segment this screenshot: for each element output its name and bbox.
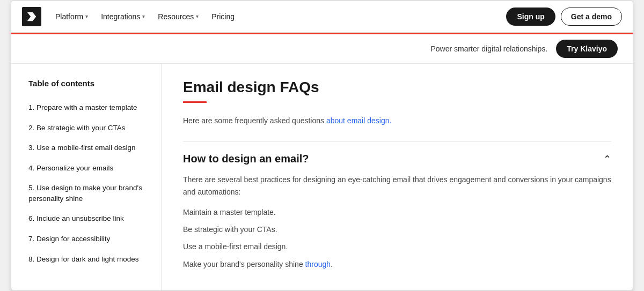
- try-klaviyo-button[interactable]: Try Klaviyo: [556, 40, 618, 58]
- faq-divider: [183, 141, 611, 142]
- toc-list: 1. Prepare with a master template 2. Be …: [28, 98, 148, 269]
- faq-answer: There are several best practices for des…: [183, 174, 611, 198]
- toc-item-2[interactable]: 2. Be strategic with your CTAs: [28, 118, 148, 138]
- nav-actions: Sign up Get a demo: [506, 8, 622, 26]
- sidebar: Table of contents 1. Prepare with a mast…: [11, 64, 162, 290]
- toc-item-6[interactable]: 6. Include an unsubscribe link: [28, 208, 148, 229]
- logo: [22, 7, 41, 26]
- nav-platform[interactable]: Platform ▾: [50, 9, 93, 24]
- banner-text: Power smarter digital relationships.: [430, 44, 547, 53]
- faq-list-item-4: Make your brand's personality shine thro…: [183, 258, 611, 270]
- faq-list-item-2: Be strategic with your CTAs.: [183, 223, 611, 235]
- integrations-chevron-icon: ▾: [142, 13, 145, 19]
- toc-title: Table of contents: [28, 79, 148, 88]
- about-email-design-link[interactable]: about email design.: [326, 116, 391, 125]
- toc-item-7[interactable]: 7. Design for accessibility: [28, 229, 148, 249]
- toc-item-4[interactable]: 4. Personalize your emails: [28, 158, 148, 178]
- nav-integrations[interactable]: Integrations ▾: [96, 9, 150, 24]
- resources-chevron-icon: ▾: [196, 13, 199, 19]
- signup-button[interactable]: Sign up: [506, 8, 555, 26]
- faq-question-heading: How to design an email?: [183, 153, 309, 165]
- demo-button[interactable]: Get a demo: [561, 8, 622, 26]
- section-title: Email design FAQs: [183, 79, 611, 96]
- banner: Power smarter digital relationships. Try…: [11, 34, 633, 64]
- section-title-underline: [183, 101, 207, 103]
- toc-item-1[interactable]: 1. Prepare with a master template: [28, 98, 148, 118]
- browser-frame: Platform ▾ Integrations ▾ Resources ▾ Pr…: [11, 0, 633, 291]
- nav-pricing[interactable]: Pricing: [206, 9, 240, 24]
- faq-question-row: How to design an email? ⌃: [183, 153, 611, 165]
- platform-chevron-icon: ▾: [85, 13, 88, 19]
- main-content: Email design FAQs Here are some frequent…: [162, 64, 633, 290]
- svg-marker-0: [27, 12, 36, 21]
- faq-collapse-icon[interactable]: ⌃: [603, 153, 611, 165]
- main-layout: Table of contents 1. Prepare with a mast…: [11, 64, 633, 290]
- toc-item-8[interactable]: 8. Design for dark and light modes: [28, 249, 148, 270]
- faq-through-link[interactable]: through: [305, 260, 331, 268]
- nav-resources[interactable]: Resources ▾: [152, 9, 204, 24]
- faq-list-item-3: Use a mobile-first email design.: [183, 241, 611, 252]
- nav-links: Platform ▾ Integrations ▾ Resources ▾ Pr…: [50, 9, 506, 24]
- logo-icon: [26, 11, 38, 23]
- toc-item-3[interactable]: 3. Use a mobile-first email design: [28, 138, 148, 158]
- toc-item-5[interactable]: 5. Use design to make your brand's perso…: [28, 178, 148, 208]
- intro-text: Here are some frequently asked questions…: [183, 115, 611, 126]
- navbar: Platform ▾ Integrations ▾ Resources ▾ Pr…: [11, 1, 633, 33]
- faq-list-item-1: Maintain a master template.: [183, 206, 611, 218]
